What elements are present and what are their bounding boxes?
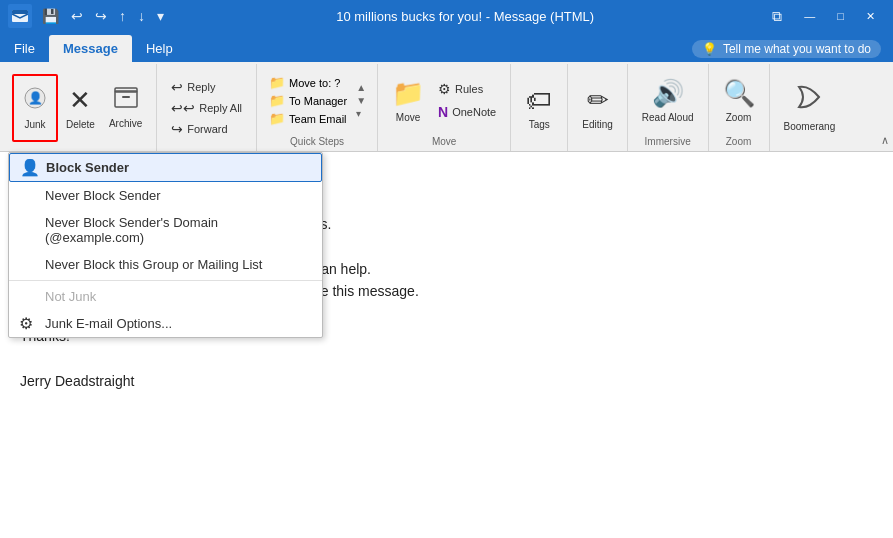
save-button[interactable]: 💾 xyxy=(38,6,63,26)
tell-me-label: Tell me what you want to do xyxy=(723,42,871,56)
redo-button[interactable]: ↪ xyxy=(91,6,111,26)
quicksteps-label: Quick Steps xyxy=(290,133,344,147)
junk-icon: 👤 xyxy=(23,86,47,116)
ribbon: 👤 Junk ✕ Delete Archive xyxy=(0,62,893,152)
zoom-button[interactable]: 🔍 Zoom xyxy=(717,70,761,132)
moveto-icon: 📁 xyxy=(269,75,285,90)
svg-rect-1 xyxy=(12,10,28,14)
editing-buttons: ✏ Editing xyxy=(576,68,619,147)
never-block-domain-item[interactable]: Never Block Sender's Domain (@example.co… xyxy=(9,209,322,251)
respond-col: ↩ Reply ↩↩ Reply All ↪ Forward xyxy=(165,77,248,139)
ribbon-group-zoom: 🔍 Zoom Zoom xyxy=(709,64,770,151)
dropdown-menu: 👤 Block Sender Never Block Sender Never … xyxy=(8,152,323,338)
tab-file[interactable]: File xyxy=(0,35,49,62)
delete-button[interactable]: ✕ Delete xyxy=(60,77,101,139)
quicksteps-scroll: ▲ ▼ ▾ xyxy=(353,81,369,120)
never-block-group-item[interactable]: Never Block this Group or Mailing List xyxy=(9,251,322,278)
download-button[interactable]: ↓ xyxy=(134,6,149,26)
editing-icon: ✏ xyxy=(587,85,609,116)
rules-icon: ⚙ xyxy=(438,81,451,97)
block-sender-item[interactable]: 👤 Block Sender xyxy=(9,153,322,182)
never-block-sender-item[interactable]: Never Block Sender xyxy=(9,182,322,209)
email-line-10: Jerry Deadstraight xyxy=(20,370,861,392)
zoom-icon: 🔍 xyxy=(723,78,755,109)
onenote-icon: N xyxy=(438,104,448,120)
tomanager-item[interactable]: 📁 To Manager xyxy=(265,92,351,109)
block-sender-icon: 👤 xyxy=(20,158,40,177)
read-aloud-button[interactable]: 🔊 Read Aloud xyxy=(636,70,700,132)
svg-rect-4 xyxy=(115,91,137,107)
immersive-label: Immersive xyxy=(645,133,691,147)
dropdown-divider xyxy=(9,280,322,281)
boomerang-button[interactable]: Boomerang xyxy=(778,77,842,139)
email-line-9 xyxy=(20,347,861,369)
boomerang-icon xyxy=(795,83,823,118)
move-button[interactable]: 📁 Move xyxy=(386,70,430,132)
tell-me-input[interactable]: 💡 Tell me what you want to do xyxy=(692,40,881,58)
reply-button[interactable]: ↩ Reply xyxy=(165,77,248,97)
ribbon-collapse-button[interactable]: ∧ xyxy=(881,134,889,147)
archive-button[interactable]: Archive xyxy=(103,77,148,139)
svg-rect-6 xyxy=(122,96,130,98)
ribbon-group-quicksteps: 📁 Move to: ? 📁 To Manager 📁 Team Email ▲… xyxy=(257,64,378,151)
junk-button-wrapper[interactable]: 👤 Junk xyxy=(12,74,58,142)
ribbon-group-boomerang: Boomerang xyxy=(770,64,850,151)
move-icon: 📁 xyxy=(392,78,424,109)
junk-options-item[interactable]: ⚙ Junk E-mail Options... xyxy=(9,310,322,337)
tags-icon: 🏷 xyxy=(526,85,552,116)
moveto-item[interactable]: 📁 Move to: ? xyxy=(265,74,351,91)
svg-text:👤: 👤 xyxy=(28,90,43,105)
tomanager-icon: 📁 xyxy=(269,93,285,108)
window-controls: ⧉ — □ ✕ xyxy=(762,0,885,32)
junk-button-box: 👤 Junk xyxy=(12,74,58,142)
ribbon-group-respond: ↩ Reply ↩↩ Reply All ↪ Forward xyxy=(157,64,257,151)
upload-button[interactable]: ↑ xyxy=(115,6,130,26)
teamemail-icon: 📁 xyxy=(269,111,285,126)
delete-icon: ✕ xyxy=(69,85,91,116)
maximize-button[interactable]: □ xyxy=(827,0,854,32)
ribbon-group-immersive: 🔊 Read Aloud Immersive xyxy=(628,64,709,151)
tab-help[interactable]: Help xyxy=(132,35,187,62)
more-button[interactable]: ▾ xyxy=(153,6,168,26)
scroll-down-arrow[interactable]: ▼ xyxy=(353,94,369,107)
reply-all-button[interactable]: ↩↩ Reply All xyxy=(165,98,248,118)
forward-button[interactable]: ↪ Forward xyxy=(165,119,248,139)
tags-button[interactable]: 🏷 Tags xyxy=(519,77,559,139)
archive-icon xyxy=(114,87,138,115)
ribbon-group-editing: ✏ Editing xyxy=(568,64,628,151)
reply-all-icon: ↩↩ xyxy=(171,100,195,116)
scroll-up-arrow[interactable]: ▲ xyxy=(353,81,369,94)
boomerang-buttons: Boomerang xyxy=(778,68,842,147)
resize-icon-button[interactable]: ⧉ xyxy=(762,0,792,32)
lightbulb-icon: 💡 xyxy=(702,42,717,56)
close-button[interactable]: ✕ xyxy=(856,0,885,32)
zoom-buttons: 🔍 Zoom xyxy=(717,68,761,133)
not-junk-item: Not Junk xyxy=(9,283,322,310)
delete-buttons: 👤 Junk ✕ Delete Archive xyxy=(12,68,148,147)
move-col: ⚙ Rules N OneNote xyxy=(432,70,502,132)
svg-rect-5 xyxy=(115,88,137,92)
title-bar: 💾 ↩ ↪ ↑ ↓ ▾ 10 millions bucks for you! -… xyxy=(0,0,893,32)
move-label: Move xyxy=(432,133,456,147)
teamemail-item[interactable]: 📁 Team Email xyxy=(265,110,351,127)
respond-buttons: ↩ Reply ↩↩ Reply All ↪ Forward xyxy=(165,68,248,147)
undo-button[interactable]: ↩ xyxy=(67,6,87,26)
ribbon-tabs: File Message Help 💡 Tell me what you wan… xyxy=(0,32,893,62)
tab-message[interactable]: Message xyxy=(49,35,132,62)
rules-button[interactable]: ⚙ Rules xyxy=(432,78,502,100)
zoom-label: Zoom xyxy=(726,133,752,147)
ribbon-group-move: 📁 Move ⚙ Rules N OneNote Move xyxy=(378,64,511,151)
move-buttons: 📁 Move ⚙ Rules N OneNote xyxy=(386,68,502,133)
reply-icon: ↩ xyxy=(171,79,183,95)
editing-button[interactable]: ✏ Editing xyxy=(576,77,619,139)
tags-buttons: 🏷 Tags xyxy=(519,68,559,147)
immersive-buttons: 🔊 Read Aloud xyxy=(636,68,700,133)
quicksteps-buttons: 📁 Move to: ? 📁 To Manager 📁 Team Email ▲… xyxy=(265,68,369,133)
quick-access-toolbar: 💾 ↩ ↪ ↑ ↓ ▾ xyxy=(38,6,168,26)
moveto-col: 📁 Move to: ? 📁 To Manager 📁 Team Email xyxy=(265,74,351,127)
junk-button[interactable]: 👤 Junk xyxy=(17,77,53,139)
forward-icon: ↪ xyxy=(171,121,183,137)
minimize-button[interactable]: — xyxy=(794,0,825,32)
onenote-button[interactable]: N OneNote xyxy=(432,101,502,123)
quicksteps-more-icon[interactable]: ▾ xyxy=(353,107,369,120)
